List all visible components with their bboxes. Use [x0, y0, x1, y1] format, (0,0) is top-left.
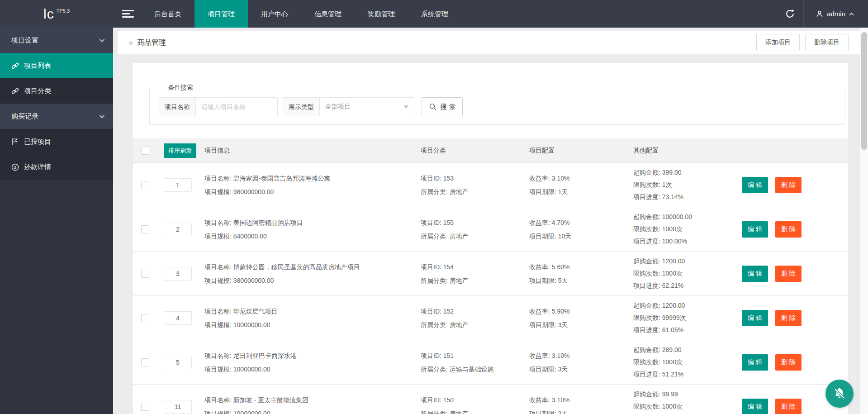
row-checkbox[interactable] [141, 225, 149, 233]
search-button[interactable]: 搜 索 [422, 97, 463, 116]
scrollbar-thumb[interactable] [861, 32, 867, 150]
delete-button[interactable]: 删 除 [775, 354, 802, 371]
project-id-value: 154 [443, 263, 454, 271]
project-scale-value: 8400000.00 [233, 233, 267, 240]
min-buy-field-label: 起购金额: [633, 302, 662, 309]
edit-button[interactable]: 编 辑 [742, 399, 768, 414]
tab-info-management[interactable]: 信息管理 [301, 0, 355, 28]
edit-button[interactable]: 编 辑 [742, 221, 768, 238]
term-value: 1天 [558, 188, 568, 195]
select-all-checkbox[interactable] [141, 147, 149, 155]
row-checkbox[interactable] [141, 181, 149, 189]
rate-value: 3.10% [552, 175, 570, 182]
project-config-cell: 收益率: 5.60% 项目期限: 5天 [529, 252, 633, 295]
sort-order-input[interactable] [164, 400, 192, 414]
project-name-input[interactable] [196, 98, 277, 116]
project-category-field-label: 所属分类: [421, 233, 450, 240]
row-checkbox[interactable] [141, 403, 149, 411]
rate-value: 5.60% [552, 263, 570, 271]
other-config-cell: 起购金额: 99.99 限购次数: 1000次 项目进度: 69.05% [633, 385, 737, 414]
link-icon [11, 87, 19, 95]
sort-refresh-button[interactable]: 排序刷新 [164, 143, 196, 158]
rate-value: 5.90% [552, 308, 570, 315]
limit-value: 1次 [662, 181, 672, 188]
progress-field-label: 项目进度: [633, 326, 662, 333]
project-category-cell: 项目ID: 151 所属分类: 运输与基础设施 [421, 340, 529, 384]
project-id-field-label: 项目ID: [421, 308, 443, 315]
search-legend: 条件搜索 [163, 84, 198, 92]
project-name-field-label: 项目名称: [204, 263, 233, 271]
tab-user-center[interactable]: 用户中心 [248, 0, 301, 28]
delete-button[interactable]: 删 除 [775, 399, 802, 414]
sidebar-item-project-list[interactable]: 项目列表 [0, 53, 113, 78]
menu-collapse-icon[interactable] [122, 8, 134, 19]
search-button-label: 搜 索 [440, 103, 455, 111]
edit-button[interactable]: 编 辑 [742, 310, 768, 326]
project-scale-field-label: 项目规模: [204, 410, 233, 414]
project-id-value: 153 [443, 175, 454, 182]
sidebar-group-purchase-records[interactable]: 购买记录 [0, 104, 113, 129]
column-header-other: 其他配置 [633, 147, 737, 155]
sort-order-input[interactable] [164, 178, 192, 192]
table-row: 项目名称: 印尼煤层气项目 项目规模: 10000000.00 项目ID: 15… [133, 296, 848, 340]
term-field-label: 项目期限: [529, 410, 558, 414]
sort-order-input[interactable] [164, 223, 192, 236]
project-category-cell: 项目ID: 150 所属分类: 房地产 [421, 385, 529, 414]
sidebar-item-label: 已投项目 [24, 138, 51, 146]
project-name-field-label: 项目名称: [204, 352, 233, 359]
notification-float-button[interactable] [825, 380, 854, 408]
delete-button[interactable]: 删 除 [775, 177, 802, 193]
tab-project-management[interactable]: 项目管理 [194, 0, 248, 28]
project-info-cell: 项目名称: 博蒙特公园，移民圣基茨的高品质房地产项目 项目规模: 3800000… [204, 252, 421, 295]
sort-order-input[interactable] [164, 311, 192, 325]
project-id-field-label: 项目ID: [421, 396, 443, 404]
project-name-field-label: 项目名称: [204, 396, 233, 404]
delete-button[interactable]: 删 除 [775, 310, 802, 326]
edit-button[interactable]: 编 辑 [742, 266, 768, 282]
rate-value: 4.70% [552, 219, 570, 226]
display-type-select[interactable]: 全部项目 [320, 98, 414, 116]
progress-value: 100.00% [662, 238, 687, 245]
sidebar-item-repayment-details[interactable]: $ 还款详情 [0, 154, 113, 180]
tab-dashboard[interactable]: 后台首页 [141, 0, 194, 28]
term-field-label: 项目期限: [529, 188, 558, 195]
project-id-field-label: 项目ID: [421, 352, 443, 359]
progress-value: 61.05% [662, 326, 683, 333]
term-field-label: 项目期限: [529, 366, 558, 373]
vertical-scrollbar[interactable] [860, 28, 868, 414]
breadcrumb-arrow: » [128, 38, 133, 48]
sidebar-group-project-settings[interactable]: 项目设置 [0, 28, 113, 53]
edit-button[interactable]: 编 辑 [742, 177, 768, 193]
sort-order-input[interactable] [164, 267, 192, 281]
search-fieldset: 条件搜索 项目名称 展示类型 全部项目 搜 索 [149, 84, 844, 125]
row-checkbox[interactable] [141, 270, 149, 278]
project-scale-value: 10000000.00 [233, 410, 270, 414]
delete-project-button[interactable]: 删除项目 [805, 34, 849, 51]
row-checkbox[interactable] [141, 314, 149, 322]
project-category-field-label: 所属分类: [421, 410, 450, 414]
tab-reward-management[interactable]: 奖励管理 [355, 0, 408, 28]
project-table: 排序刷新 项目信息 项目分类 项目配置 其他配置 项目名称: 碧海家园-泰国普吉… [133, 138, 848, 414]
sidebar-item-project-category[interactable]: 项目分类 [0, 78, 113, 104]
rate-value: 3.10% [552, 396, 570, 404]
add-project-button[interactable]: 添加项目 [756, 34, 800, 51]
sort-order-input[interactable] [164, 356, 192, 369]
other-config-cell: 起购金额: 1200.00 限购次数: 99999次 项目进度: 61.05% [633, 296, 737, 340]
edit-button[interactable]: 编 辑 [742, 354, 768, 371]
project-category-value: 房地产 [450, 410, 469, 414]
sidebar-item-invested-projects[interactable]: 已投项目 [0, 129, 113, 154]
project-category-field-label: 所属分类: [421, 321, 450, 328]
logo-version: TP5.3 [57, 8, 70, 14]
refresh-icon[interactable] [776, 9, 803, 19]
limit-field-label: 限购次数: [633, 270, 662, 277]
tab-system-management[interactable]: 系统管理 [408, 0, 461, 28]
project-scale-field-label: 项目规模: [204, 188, 233, 195]
delete-button[interactable]: 删 除 [775, 266, 802, 282]
column-header-category: 项目分类 [421, 147, 529, 155]
project-category-value: 房地产 [450, 233, 469, 240]
limit-field-label: 限购次数: [633, 181, 662, 188]
user-menu[interactable]: admin [804, 10, 868, 18]
delete-button[interactable]: 删 除 [775, 221, 802, 238]
search-icon [429, 103, 437, 111]
row-checkbox[interactable] [141, 358, 149, 366]
